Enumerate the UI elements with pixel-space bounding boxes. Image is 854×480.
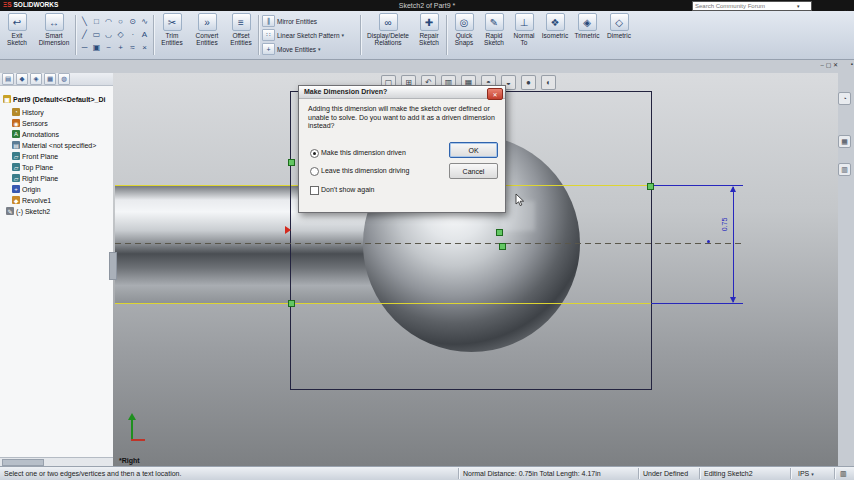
- featuremanager-tab-icon[interactable]: ▤: [2, 73, 14, 85]
- convert-entities-button[interactable]: » Convert Entities: [190, 13, 224, 46]
- sketch-point-marker[interactable]: [288, 300, 295, 307]
- tree-item-material[interactable]: ▤ Material <not specified>: [12, 141, 96, 149]
- status-editing: Editing Sketch2: [704, 470, 753, 477]
- move-entities-button[interactable]: + Move Entities ▾: [262, 43, 321, 55]
- tree-item-sketch2[interactable]: ✎ (-) Sketch2: [6, 207, 50, 215]
- tree-item-revolve1[interactable]: ◆ Revolve1: [12, 196, 51, 204]
- mouse-cursor-icon: [515, 193, 525, 207]
- displaymanager-tab-icon[interactable]: ◍: [58, 73, 70, 85]
- display-delete-relations-button[interactable]: ∞ Display/Delete Relations: [364, 13, 412, 46]
- community-search[interactable]: ▾: [692, 1, 812, 11]
- smart-dimension-button[interactable]: ↔ Smart Dimension: [34, 13, 74, 46]
- rapid-sketch-label: Rapid Sketch: [480, 32, 508, 46]
- normal-to-label: Normal To: [510, 32, 538, 46]
- feature-manager-panel: ▤ ◆ ◈ ▦ ◍ ▣ Part9 (Default<<Default>_Di …: [0, 73, 114, 466]
- display-delete-relations-icon: ∞: [379, 13, 398, 31]
- plane-icon: ▱: [12, 163, 20, 171]
- exit-sketch-button[interactable]: ↩ Exit Sketch: [2, 13, 32, 46]
- chevron-down-icon[interactable]: ▾: [342, 32, 345, 38]
- dangling-relation-marker: [285, 226, 291, 234]
- tree-item-origin[interactable]: + Origin: [12, 185, 41, 193]
- tree-item-sensors[interactable]: ◉ Sensors: [12, 119, 48, 127]
- offset-entities-icon: ≡: [232, 13, 251, 31]
- dimetric-button[interactable]: ◇ Dimetric: [604, 13, 634, 39]
- task-pane-custom-props-icon[interactable]: ▥: [838, 163, 851, 176]
- make-dimension-driven-dialog: Make Dimension Driven? ✕ Adding this dim…: [298, 85, 506, 213]
- sketch-point-marker[interactable]: [496, 229, 503, 236]
- normal-to-button[interactable]: ⊥ Normal To: [510, 13, 538, 46]
- sketch-point-marker[interactable]: [499, 243, 506, 250]
- dimension-line[interactable]: [733, 187, 734, 302]
- tree-item-label: Top Plane: [22, 164, 53, 171]
- dimension-arrow-icon: [730, 186, 736, 192]
- status-tag-icon[interactable]: ▥: [840, 470, 847, 478]
- mirror-entities-button[interactable]: ∥ Mirror Entities: [262, 15, 317, 27]
- panel-splitter-handle[interactable]: [109, 252, 117, 280]
- tree-item-front-plane[interactable]: ▱ Front Plane: [12, 152, 58, 160]
- spline-tool-icon[interactable]: ∿: [138, 15, 151, 28]
- mirror-entities-icon: ∥: [262, 15, 275, 27]
- search-input[interactable]: [693, 3, 797, 10]
- radio-leave-dimension-driving-label[interactable]: Leave this dimension driving: [321, 167, 409, 174]
- propertymanager-tab-icon[interactable]: ◆: [16, 73, 28, 85]
- sketch-centerline[interactable]: [115, 243, 743, 244]
- configurationmanager-tab-icon[interactable]: ◈: [30, 73, 42, 85]
- plane-icon: ▱: [12, 152, 20, 160]
- tree-item-annotations[interactable]: A Annotations: [12, 130, 59, 138]
- dimetric-label: Dimetric: [607, 32, 631, 39]
- isometric-button[interactable]: ❖ Isometric: [540, 13, 570, 39]
- dont-show-again-label[interactable]: Don't show again: [321, 186, 374, 193]
- dialog-close-button[interactable]: ✕: [487, 88, 503, 100]
- task-pane-toggle-icon[interactable]: ▪: [851, 61, 853, 67]
- radio-leave-dimension-driving[interactable]: [310, 167, 319, 176]
- doc-restore-button[interactable]: ▢: [826, 62, 832, 68]
- repair-sketch-button[interactable]: ✚ Repair Sketch: [414, 13, 444, 46]
- dont-show-again-checkbox[interactable]: [310, 186, 319, 195]
- tree-item-label: Front Plane: [22, 153, 58, 160]
- linear-sketch-pattern-button[interactable]: ∷ Linear Sketch Pattern ▾: [262, 29, 344, 41]
- apply-scene-icon[interactable]: ◐: [541, 75, 556, 90]
- chevron-down-icon[interactable]: ▾: [318, 46, 321, 52]
- dimension-extension-line-bottom[interactable]: [651, 303, 743, 304]
- radio-make-dimension-driven[interactable]: [310, 149, 319, 158]
- offset-entities-label: Offset Entities: [226, 32, 256, 46]
- ok-button[interactable]: OK: [449, 142, 498, 158]
- trim-entities-label: Trim Entities: [156, 32, 188, 46]
- tree-item-top-plane[interactable]: ▱ Top Plane: [12, 163, 53, 171]
- tree-root-part[interactable]: ▣ Part9 (Default<<Default>_Di: [3, 95, 105, 103]
- offset-entities-button[interactable]: ≡ Offset Entities: [226, 13, 256, 46]
- linear-sketch-pattern-label: Linear Sketch Pattern: [277, 32, 340, 39]
- sketch-point-marker[interactable]: [288, 159, 295, 166]
- quick-snaps-button[interactable]: ◎ Quick Snaps: [450, 13, 478, 46]
- trim-entities-button[interactable]: ✂ Trim Entities: [156, 13, 188, 46]
- sketch-point-marker[interactable]: [647, 183, 654, 190]
- convert-entities-label: Convert Entities: [190, 32, 224, 46]
- erase-tool-icon[interactable]: ×: [138, 41, 151, 54]
- mirror-entities-label: Mirror Entities: [277, 18, 317, 25]
- dimension-value[interactable]: 0.75: [721, 212, 728, 238]
- doc-minimize-button[interactable]: –: [821, 62, 824, 68]
- search-caret-icon[interactable]: ▾: [797, 3, 800, 9]
- radio-selected-dot: [313, 152, 316, 155]
- tree-item-history[interactable]: ◔ History: [12, 108, 44, 116]
- status-separator: [790, 468, 791, 479]
- trimetric-button[interactable]: ◈ Trimetric: [572, 13, 602, 39]
- task-pane-appearance-icon[interactable]: ▦: [838, 135, 851, 148]
- units-selector[interactable]: IPS ▾: [798, 470, 814, 477]
- history-icon: ◔: [12, 108, 20, 116]
- radio-make-dimension-driven-label[interactable]: Make this dimension driven: [321, 149, 406, 156]
- tree-item-label: Revolve1: [22, 197, 51, 204]
- doc-close-button[interactable]: ✕: [833, 62, 838, 68]
- rapid-sketch-button[interactable]: ✎ Rapid Sketch: [480, 13, 508, 46]
- tree-item-right-plane[interactable]: ▱ Right Plane: [12, 174, 58, 182]
- dimxpertmanager-tab-icon[interactable]: ▦: [44, 73, 56, 85]
- view-rotate-icon[interactable]: ◔: [838, 92, 851, 105]
- isometric-label: Isometric: [542, 32, 568, 39]
- smart-dimension-label: Smart Dimension: [34, 32, 74, 46]
- tree-scrollbar-thumb[interactable]: [2, 459, 44, 466]
- cancel-button[interactable]: Cancel: [449, 163, 498, 179]
- trimetric-label: Trimetric: [574, 32, 599, 39]
- ribbon-separator: [153, 15, 154, 55]
- text-tool-icon[interactable]: A: [138, 28, 151, 41]
- edit-appearance-icon[interactable]: ●: [521, 75, 536, 90]
